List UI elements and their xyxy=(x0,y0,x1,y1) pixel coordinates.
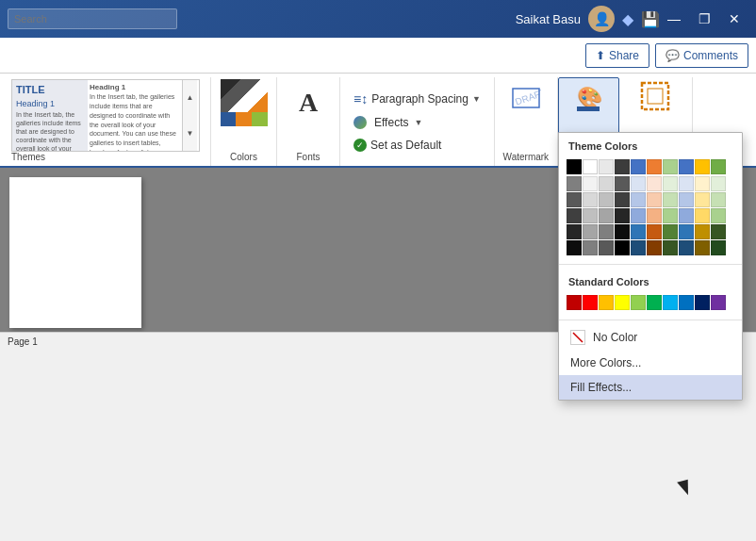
theme-shade-cell[interactable] xyxy=(663,208,678,223)
theme-shade-cell[interactable] xyxy=(615,224,630,239)
theme-shade-cell[interactable] xyxy=(663,192,678,207)
restore-button[interactable]: ❐ xyxy=(690,6,718,32)
more-colors-item[interactable]: More Colors... xyxy=(559,351,742,375)
color-swatch xyxy=(221,79,268,126)
watermark-button[interactable]: DRAFT xyxy=(502,79,550,113)
theme-shade-cell[interactable] xyxy=(567,176,582,191)
standard-color-cell[interactable] xyxy=(567,295,582,310)
minimize-button[interactable]: — xyxy=(660,6,688,32)
title-bar-controls: — ❐ ✕ xyxy=(660,6,748,32)
theme-shade-cell[interactable] xyxy=(583,224,598,239)
theme-scroll-down[interactable]: ▼ xyxy=(183,116,197,152)
theme-shade-cell[interactable] xyxy=(631,224,646,239)
theme-color-cell[interactable] xyxy=(567,159,582,174)
theme-shade-cell[interactable] xyxy=(711,240,726,255)
theme-shade-cell[interactable] xyxy=(663,240,678,255)
theme-shade-cell[interactable] xyxy=(615,208,630,223)
theme-shade-cell[interactable] xyxy=(711,176,726,191)
theme-shade-cell[interactable] xyxy=(679,208,694,223)
standard-color-cell[interactable] xyxy=(695,295,710,310)
theme-shade-cell[interactable] xyxy=(615,192,630,207)
theme-color-cell[interactable] xyxy=(711,159,726,174)
theme-shade-cell[interactable] xyxy=(711,192,726,207)
theme-shade-cell[interactable] xyxy=(615,176,630,191)
theme-color-cell[interactable] xyxy=(679,159,694,174)
theme-shade-cell[interactable] xyxy=(695,240,710,255)
theme-shade-cell[interactable] xyxy=(679,176,694,191)
page-borders-button[interactable] xyxy=(632,79,679,113)
standard-color-cell[interactable] xyxy=(599,295,614,310)
standard-color-cell[interactable] xyxy=(679,295,694,310)
theme-shade-cell[interactable] xyxy=(663,176,678,191)
fonts-button[interactable]: A xyxy=(285,79,332,126)
colors-label: Colors xyxy=(230,152,257,164)
theme-shade-cell[interactable] xyxy=(631,208,646,223)
standard-color-cell[interactable] xyxy=(631,295,646,310)
theme-shade-cell[interactable] xyxy=(615,240,630,255)
theme-shade-cell[interactable] xyxy=(663,224,678,239)
theme-shade-cell[interactable] xyxy=(647,192,662,207)
theme-shade-cell[interactable] xyxy=(647,224,662,239)
theme-shade-cell[interactable] xyxy=(711,208,726,223)
theme-color-cell[interactable] xyxy=(647,159,662,174)
theme-shade-cell[interactable] xyxy=(631,240,646,255)
theme-scroll-up[interactable]: ▲ xyxy=(183,80,197,116)
svg-text:DRAFT: DRAFT xyxy=(514,87,541,107)
standard-color-cell[interactable] xyxy=(711,295,726,310)
page-color-icon: 🎨 xyxy=(573,80,603,114)
theme-shade-cell[interactable] xyxy=(567,192,582,207)
theme-shade-cell[interactable] xyxy=(631,176,646,191)
theme-color-cell[interactable] xyxy=(599,159,614,174)
theme-color-cell[interactable] xyxy=(615,159,630,174)
themes-label: Themes xyxy=(11,152,45,164)
standard-color-cell[interactable] xyxy=(615,295,630,310)
theme-shade-cell[interactable] xyxy=(583,176,598,191)
fill-effects-item[interactable]: Fill Effects... xyxy=(559,375,742,400)
standard-color-cell[interactable] xyxy=(663,295,678,310)
theme-shade-cell[interactable] xyxy=(583,192,598,207)
theme-shade-cell[interactable] xyxy=(567,240,582,255)
theme-shade-cell[interactable] xyxy=(695,224,710,239)
theme-color-cell[interactable] xyxy=(631,159,646,174)
save-icon[interactable]: 💾 xyxy=(641,10,660,28)
theme-shade-cell[interactable] xyxy=(711,224,726,239)
theme-shade-cell[interactable] xyxy=(567,224,582,239)
theme-shade-cell[interactable] xyxy=(631,192,646,207)
theme-scroll-buttons[interactable]: ▲ ▼ xyxy=(182,80,197,151)
fill-effects-label: Fill Effects... xyxy=(570,381,632,394)
share-button[interactable]: ⬆ Share xyxy=(585,43,649,68)
comments-button[interactable]: 💬 Comments xyxy=(655,43,748,68)
theme-shade-cell[interactable] xyxy=(647,208,662,223)
title-search-input[interactable] xyxy=(8,8,177,29)
theme-shade-cell[interactable] xyxy=(647,240,662,255)
theme-shade-cell[interactable] xyxy=(567,208,582,223)
no-color-item[interactable]: No Color xyxy=(559,324,742,351)
close-button[interactable]: ✕ xyxy=(720,6,748,32)
theme-shade-cell[interactable] xyxy=(679,192,694,207)
theme-shade-cell[interactable] xyxy=(599,240,614,255)
theme-shade-cell[interactable] xyxy=(647,176,662,191)
theme-color-cell[interactable] xyxy=(663,159,678,174)
color-dropdown-panel: Theme Colors Standard Colors No Color Mo… xyxy=(558,132,743,401)
theme-shade-cell[interactable] xyxy=(599,176,614,191)
theme-shade-cell[interactable] xyxy=(599,224,614,239)
theme-shade-cell[interactable] xyxy=(695,192,710,207)
title-center: Saikat Basu 👤 ◆ 💾 xyxy=(516,6,660,32)
effects-button[interactable]: Effects ▼ xyxy=(348,113,428,132)
theme-shade-cell[interactable] xyxy=(583,240,598,255)
theme-color-cell[interactable] xyxy=(583,159,598,174)
theme-shade-cell[interactable] xyxy=(599,208,614,223)
theme-shade-cell[interactable] xyxy=(583,208,598,223)
theme-color-cell[interactable] xyxy=(695,159,710,174)
theme-shade-cell[interactable] xyxy=(679,224,694,239)
theme-shade-cell[interactable] xyxy=(679,240,694,255)
para-spacing-icon: ≡↕ xyxy=(353,91,368,107)
paragraph-spacing-button[interactable]: ≡↕ Paragraph Spacing ▼ xyxy=(348,89,486,109)
theme-shade-cell[interactable] xyxy=(695,208,710,223)
standard-color-cell[interactable] xyxy=(583,295,598,310)
set-default-button[interactable]: ✓ Set as Default xyxy=(348,136,447,155)
standard-color-cell[interactable] xyxy=(647,295,662,310)
theme-shade-cell[interactable] xyxy=(695,176,710,191)
theme-shade-cell[interactable] xyxy=(599,192,614,207)
title-bar-left xyxy=(8,8,516,29)
